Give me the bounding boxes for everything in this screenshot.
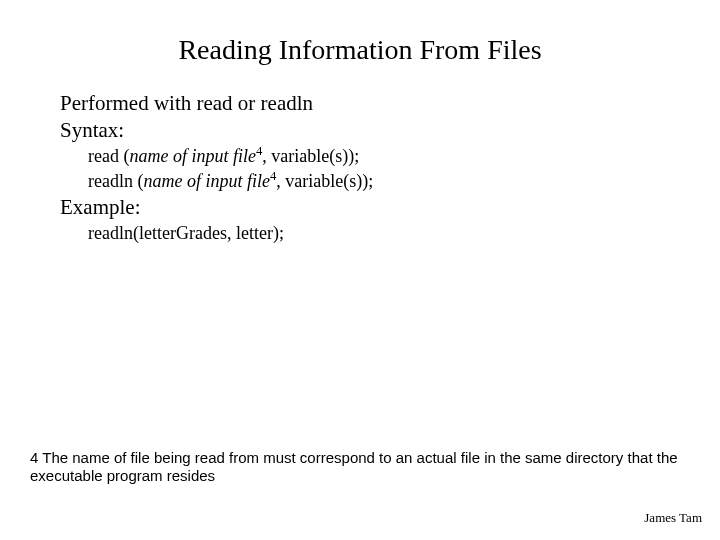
footnote: 4 The name of file being read from must … bbox=[30, 449, 690, 487]
slide-title: Reading Information From Files bbox=[0, 34, 720, 66]
slide: Reading Information From Files Performed… bbox=[0, 0, 720, 540]
syntax-read-line: read (name of input file4, variable(s)); bbox=[88, 144, 680, 169]
syntax-readln-prefix: readln ( bbox=[88, 171, 143, 191]
syntax-read-file: name of input file bbox=[129, 146, 255, 166]
syntax-readln-line: readln (name of input file4, variable(s)… bbox=[88, 169, 680, 194]
slide-body: Performed with read or readln Syntax: re… bbox=[60, 90, 680, 246]
line-example: Example: bbox=[60, 194, 680, 221]
line-syntax: Syntax: bbox=[60, 117, 680, 144]
syntax-read-suffix: , variable(s)); bbox=[262, 146, 359, 166]
syntax-read-prefix: read ( bbox=[88, 146, 129, 166]
syntax-readln-suffix: , variable(s)); bbox=[276, 171, 373, 191]
author: James Tam bbox=[644, 510, 702, 526]
syntax-readln-file: name of input file bbox=[143, 171, 269, 191]
example-code: readln(letterGrades, letter); bbox=[88, 221, 680, 246]
line-performed: Performed with read or readln bbox=[60, 90, 680, 117]
